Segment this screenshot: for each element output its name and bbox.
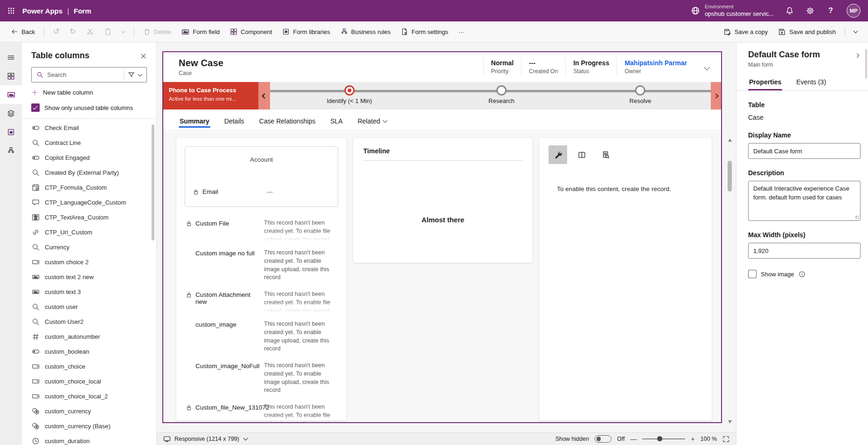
zoom-in-button[interactable]: + (691, 436, 694, 442)
bpf-next-stage-button[interactable] (711, 82, 721, 110)
properties-tab[interactable]: Events (3) (795, 75, 827, 90)
form-tab[interactable]: Case Relationships (258, 113, 317, 130)
rail-components-button[interactable] (0, 67, 22, 85)
redo-button[interactable]: ↻ (65, 25, 80, 38)
filter-icon[interactable] (128, 71, 135, 78)
bpf-stage-dot[interactable] (344, 85, 354, 96)
collapse-header-button[interactable] (705, 64, 709, 71)
column-list-item[interactable]: custom_choice_local (22, 374, 156, 389)
form-settings-button[interactable]: Form settings (396, 25, 452, 38)
search-input[interactable] (47, 71, 120, 78)
zoom-out-button[interactable]: — (630, 436, 637, 442)
form-tab[interactable]: Summary (179, 113, 210, 130)
info-icon[interactable] (799, 271, 806, 278)
column-list-item[interactable]: CTP_LanguageCode_Custom (22, 195, 156, 210)
form-preview[interactable]: New Case Case Normal Priority --- Create… (162, 51, 722, 423)
help-button[interactable]: ? (826, 6, 835, 15)
responsive-size-selector[interactable]: Responsive (1214 x 799) (163, 435, 247, 443)
bpf-stage-dot[interactable] (635, 85, 646, 96)
header-field[interactable]: Normal Priority (483, 58, 521, 76)
form-libraries-button[interactable]: Form libraries (278, 25, 334, 38)
widget-tool-button[interactable] (572, 145, 591, 164)
description-textarea[interactable]: Default Interactive experience Case form… (748, 181, 861, 221)
undo-button[interactable]: ↺ (49, 25, 63, 38)
column-list-item[interactable]: Copilot Engaged (22, 150, 156, 165)
form-field-row[interactable]: Custom image no full This record hasn't … (186, 249, 337, 282)
show-image-checkbox[interactable] (748, 270, 757, 278)
column-list-item[interactable]: custom_autonumber (22, 329, 156, 344)
form-tab[interactable]: SLA (329, 113, 343, 130)
paste-button[interactable] (100, 25, 116, 38)
related-widget-section[interactable]: To enable this content, create the recor… (539, 138, 712, 421)
form-field-row[interactable]: custom_image This record hasn't been cre… (186, 320, 337, 353)
rail-form-libraries-button[interactable] (0, 123, 22, 141)
scroll-up-arrow[interactable] (728, 138, 732, 142)
component-button[interactable]: Component (226, 25, 276, 38)
waffle-menu-button[interactable] (0, 0, 22, 21)
form-field-row[interactable]: Custom_file_New_131072 This record hasn'… (186, 403, 337, 422)
scroll-down-arrow[interactable] (728, 420, 732, 424)
column-list-item[interactable]: custom choice 2 (22, 254, 156, 269)
column-list-item[interactable]: custom_currency (22, 404, 156, 418)
business-rules-button[interactable]: Business rules (336, 25, 395, 38)
bpf-process-block[interactable]: Phone to Case Process Active for less th… (163, 82, 258, 110)
column-list-item[interactable]: custom_currency (Base) (22, 418, 156, 433)
overflow-button[interactable]: ··· (454, 26, 469, 38)
widget-tool-button[interactable] (549, 145, 567, 164)
show-unused-checkbox-row[interactable]: Show only unused table columns (22, 102, 156, 118)
filter-chevron-icon[interactable] (138, 72, 143, 76)
summary-left-section[interactable]: Account Email --- Custom File (176, 138, 347, 421)
column-list-item[interactable]: Currency (22, 240, 156, 254)
scrollbar-thumb[interactable] (728, 161, 732, 192)
bpf-stage-dot[interactable] (496, 85, 507, 96)
column-list-item[interactable]: Contract Line (22, 135, 156, 150)
account-card[interactable]: Account Email --- (185, 146, 338, 207)
fit-to-screen-icon[interactable] (722, 436, 729, 443)
settings-button[interactable] (806, 6, 815, 15)
rail-tree-view-button[interactable] (0, 104, 22, 123)
column-list-item[interactable]: custom text 3 (22, 284, 156, 299)
paste-dropdown-button[interactable] (118, 28, 129, 35)
max-width-input[interactable] (748, 243, 861, 259)
expand-panel-button[interactable] (854, 50, 861, 61)
form-field-row[interactable]: Custom_image_NoFull This record hasn't b… (186, 362, 337, 395)
column-list-item[interactable]: CTP_Url_Custom (22, 225, 156, 240)
form-field-row[interactable]: Custom Attachment new This record hasn't… (186, 290, 337, 312)
column-list-item[interactable]: custom_choice_local_2 (22, 389, 156, 404)
form-field-row[interactable]: Custom File This record hasn't been crea… (186, 219, 337, 240)
more-save-options-button[interactable] (850, 28, 861, 35)
column-list-item[interactable]: Created By (External Party) (22, 165, 156, 180)
back-button[interactable]: Back (7, 25, 39, 38)
cut-button[interactable] (82, 25, 98, 38)
resize-grip[interactable] (855, 216, 859, 219)
form-tab[interactable]: Details (223, 113, 245, 130)
panel-scrollbar[interactable] (152, 124, 154, 240)
close-panel-button[interactable] (140, 52, 147, 59)
show-hidden-toggle[interactable] (595, 435, 611, 443)
display-name-input[interactable] (748, 143, 861, 159)
panel-scrollbar-thumb[interactable] (865, 49, 867, 79)
properties-tab[interactable]: Properties (748, 75, 782, 90)
zoom-slider-knob[interactable] (657, 436, 662, 441)
header-field[interactable]: --- Created On (521, 58, 565, 76)
notifications-button[interactable] (785, 6, 794, 15)
bpf-collapse-button[interactable] (258, 82, 270, 110)
canvas-scrollbar[interactable] (727, 138, 733, 424)
header-field[interactable]: Mahipatsinh Parmar Owner (617, 58, 694, 76)
column-list-item[interactable]: custom user (22, 299, 156, 314)
zoom-slider[interactable] (642, 438, 685, 439)
save-and-publish-button[interactable]: Save and publish (774, 25, 840, 39)
bpf-stage[interactable]: Research (488, 85, 514, 104)
save-a-copy-button[interactable]: Save a copy (719, 25, 772, 39)
bpf-stage[interactable]: Resolve (629, 85, 651, 104)
column-list-item[interactable]: custom text 2 new (22, 269, 156, 284)
avatar[interactable]: MP (847, 4, 861, 18)
column-list-item[interactable]: CTP_TextArea_Custom (22, 210, 156, 225)
form-tab[interactable]: Related (357, 113, 388, 130)
column-list-item[interactable]: Check Email (22, 120, 156, 135)
column-list-item[interactable]: custom_boolean (22, 344, 156, 359)
widget-tool-button[interactable] (596, 145, 615, 164)
rail-menu-button[interactable] (0, 48, 22, 67)
column-list-item[interactable]: custom_choice (22, 359, 156, 374)
checkbox-checked[interactable] (31, 103, 40, 112)
